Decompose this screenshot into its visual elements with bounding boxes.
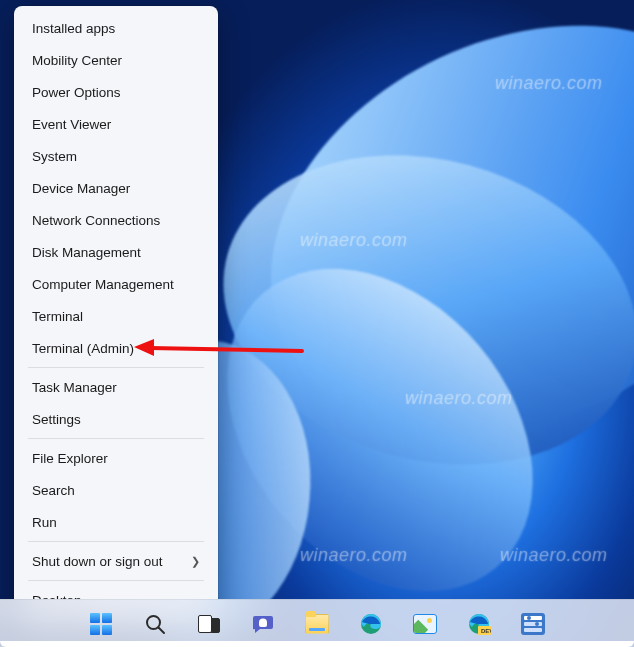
svg-rect-10 (524, 616, 542, 620)
watermark: winaero.com (300, 230, 408, 251)
menu-item-label: Shut down or sign out (32, 554, 163, 569)
menu-settings[interactable]: Settings (18, 403, 214, 435)
menu-item-label: Settings (32, 412, 81, 427)
winx-context-menu: Installed appsMobility CenterPower Optio… (14, 6, 218, 622)
taskbar: DEV (0, 599, 634, 647)
menu-item-label: Event Viewer (32, 117, 111, 132)
settings-app-button[interactable] (513, 604, 553, 644)
svg-rect-12 (524, 628, 542, 632)
menu-power-options[interactable]: Power Options (18, 76, 214, 108)
svg-point-14 (535, 622, 539, 626)
search-button[interactable] (135, 604, 175, 644)
menu-separator (28, 367, 204, 368)
desktop-wallpaper: winaero.com winaero.com winaero.com wina… (0, 0, 634, 647)
edge-dev-button[interactable]: DEV (459, 604, 499, 644)
watermark: winaero.com (405, 388, 513, 409)
watermark: winaero.com (495, 73, 603, 94)
menu-disk-management[interactable]: Disk Management (18, 236, 214, 268)
menu-item-label: Network Connections (32, 213, 160, 228)
settings-panel-icon (521, 613, 545, 635)
svg-point-13 (527, 616, 531, 620)
menu-shutdown-signout[interactable]: Shut down or sign out❯ (18, 545, 214, 577)
menu-item-label: Disk Management (32, 245, 141, 260)
menu-task-manager[interactable]: Task Manager (18, 371, 214, 403)
photos-button[interactable] (405, 604, 445, 644)
menu-terminal-admin[interactable]: Terminal (Admin) (18, 332, 214, 364)
menu-file-explorer[interactable]: File Explorer (18, 442, 214, 474)
file-explorer-button[interactable] (297, 604, 337, 644)
menu-item-label: Installed apps (32, 21, 115, 36)
svg-text:DEV: DEV (481, 628, 491, 634)
menu-system[interactable]: System (18, 140, 214, 172)
chat-icon (251, 612, 275, 636)
edge-icon (359, 612, 383, 636)
menu-installed-apps[interactable]: Installed apps (18, 12, 214, 44)
menu-separator (28, 541, 204, 542)
menu-separator (28, 580, 204, 581)
menu-run[interactable]: Run (18, 506, 214, 538)
watermark: winaero.com (500, 545, 608, 566)
chevron-right-icon: ❯ (191, 555, 200, 568)
menu-item-label: System (32, 149, 77, 164)
menu-computer-management[interactable]: Computer Management (18, 268, 214, 300)
menu-terminal[interactable]: Terminal (18, 300, 214, 332)
menu-search[interactable]: Search (18, 474, 214, 506)
menu-event-viewer[interactable]: Event Viewer (18, 108, 214, 140)
menu-item-label: Device Manager (32, 181, 130, 196)
menu-network-connections[interactable]: Network Connections (18, 204, 214, 236)
menu-item-label: Search (32, 483, 75, 498)
svg-rect-5 (259, 622, 267, 627)
edge-button[interactable] (351, 604, 391, 644)
menu-item-label: Run (32, 515, 57, 530)
start-button[interactable] (81, 604, 121, 644)
task-view-icon (198, 615, 220, 633)
menu-item-label: Terminal (Admin) (32, 341, 134, 356)
menu-item-label: Mobility Center (32, 53, 122, 68)
menu-item-label: Task Manager (32, 380, 117, 395)
chat-button[interactable] (243, 604, 283, 644)
photos-icon (413, 614, 437, 634)
menu-item-label: File Explorer (32, 451, 108, 466)
menu-separator (28, 438, 204, 439)
edge-dev-icon: DEV (467, 612, 491, 636)
menu-mobility-center[interactable]: Mobility Center (18, 44, 214, 76)
task-view-button[interactable] (189, 604, 229, 644)
menu-item-label: Computer Management (32, 277, 174, 292)
watermark: winaero.com (300, 545, 408, 566)
svg-rect-11 (524, 622, 542, 626)
svg-line-3 (159, 627, 165, 633)
windows-logo-icon (90, 613, 112, 635)
menu-item-label: Terminal (32, 309, 83, 324)
menu-device-manager[interactable]: Device Manager (18, 172, 214, 204)
menu-item-label: Power Options (32, 85, 121, 100)
folder-icon (305, 614, 329, 634)
search-icon (143, 612, 167, 636)
